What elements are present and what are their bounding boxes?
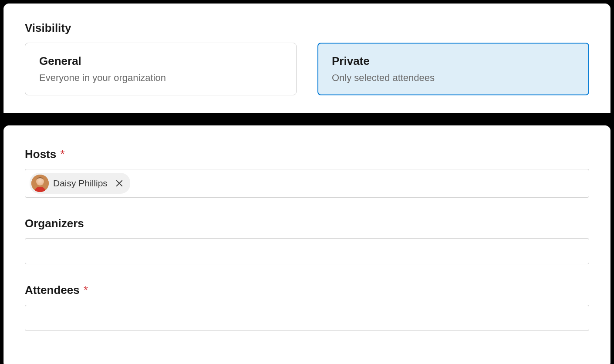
visibility-options: General Everyone in your organization Pr… [25, 43, 589, 95]
hosts-label-text: Hosts [25, 148, 56, 161]
svg-point-1 [36, 178, 44, 185]
people-section: Hosts * [3, 125, 611, 364]
organizers-input-container[interactable] [25, 238, 589, 264]
attendees-input[interactable] [30, 309, 584, 327]
attendees-input-container[interactable] [25, 305, 589, 331]
organizers-input[interactable] [30, 243, 584, 260]
remove-chip-button[interactable] [114, 178, 125, 189]
visibility-option-private[interactable]: Private Only selected attendees [317, 43, 589, 95]
hosts-input-container[interactable]: Daisy Phillips [25, 169, 589, 198]
visibility-private-title: Private [332, 54, 575, 68]
visibility-general-title: General [39, 54, 282, 68]
visibility-section: Visibility General Everyone in your orga… [3, 3, 611, 113]
hosts-label: Hosts * [25, 148, 589, 161]
organizers-field-group: Organizers [25, 217, 589, 264]
visibility-private-description: Only selected attendees [332, 72, 575, 84]
visibility-general-description: Everyone in your organization [39, 72, 282, 84]
attendees-field-group: Attendees * [25, 283, 589, 331]
attendees-label-text: Attendees [25, 283, 80, 297]
organizers-label: Organizers [25, 217, 589, 230]
close-icon [115, 179, 123, 187]
required-asterisk: * [60, 148, 64, 161]
hosts-field-group: Hosts * [25, 148, 589, 198]
attendees-label: Attendees * [25, 283, 589, 297]
person-name: Daisy Phillips [53, 178, 108, 189]
required-asterisk: * [84, 283, 88, 297]
hosts-input[interactable] [133, 175, 584, 192]
organizers-label-text: Organizers [25, 217, 84, 230]
visibility-option-general[interactable]: General Everyone in your organization [25, 43, 297, 95]
avatar [31, 175, 49, 192]
person-chip: Daisy Phillips [30, 173, 130, 194]
visibility-label: Visibility [25, 21, 589, 35]
